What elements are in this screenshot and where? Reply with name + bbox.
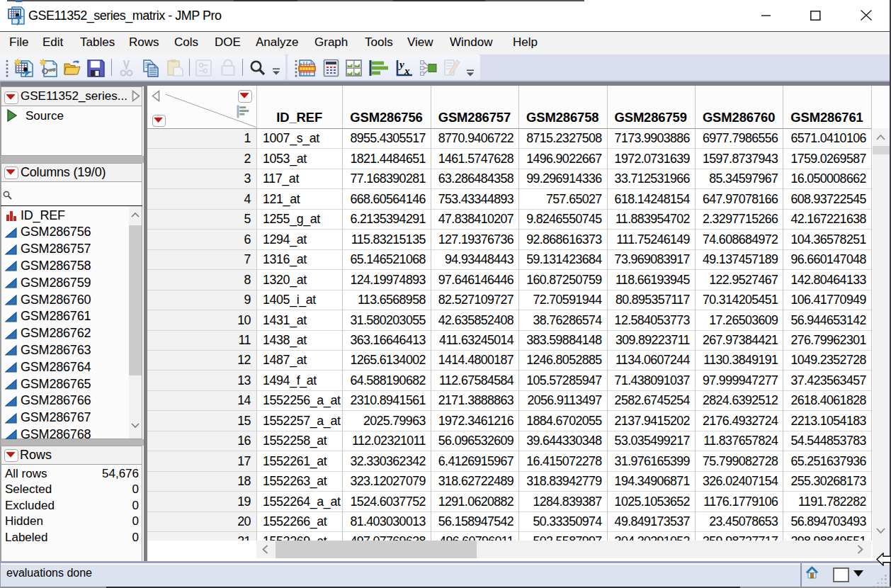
svg-text:y: y — [398, 59, 404, 70]
svg-text:x: x — [404, 65, 410, 77]
